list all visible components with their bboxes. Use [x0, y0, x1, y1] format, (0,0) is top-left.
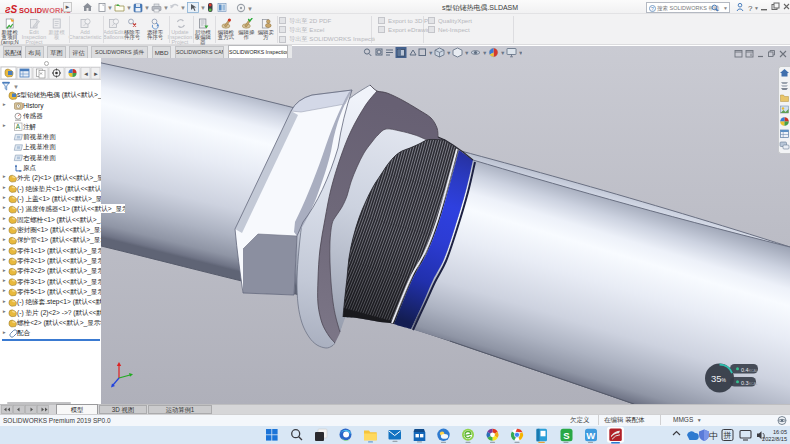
- svg-text:▼: ▼: [464, 50, 469, 56]
- svg-text:拼: 拼: [723, 431, 732, 440]
- svg-text:▼: ▼: [482, 50, 487, 56]
- svg-text:▼: ▼: [500, 50, 505, 56]
- svg-text:▼: ▼: [126, 5, 132, 11]
- svg-text:▼: ▼: [200, 5, 206, 11]
- svg-text:?: ?: [748, 4, 753, 13]
- svg-text:▼: ▼: [428, 50, 433, 56]
- svg-text:▼: ▼: [446, 50, 451, 56]
- svg-text:▼: ▼: [518, 50, 522, 56]
- svg-text:▼: ▼: [180, 5, 186, 11]
- svg-text:▼: ▼: [144, 5, 150, 11]
- svg-text:▼: ▼: [107, 5, 113, 11]
- svg-text:▼: ▼: [247, 6, 253, 12]
- svg-text:▼: ▼: [754, 5, 759, 11]
- svg-text:2022/8/15: 2022/8/15: [762, 436, 787, 442]
- svg-text:W: W: [586, 429, 595, 440]
- svg-text:16:05: 16:05: [773, 429, 787, 435]
- svg-text:S: S: [563, 429, 569, 440]
- svg-text:A: A: [16, 123, 21, 130]
- svg-text:▼: ▼: [163, 5, 169, 11]
- svg-text:中: 中: [709, 431, 718, 441]
